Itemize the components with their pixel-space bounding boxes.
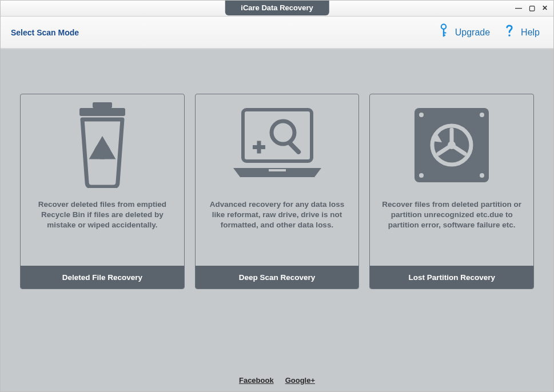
svg-rect-8: [269, 169, 286, 171]
window-controls: — ▢ ✕: [515, 4, 548, 12]
hard-drive-icon: [370, 94, 533, 196]
scan-mode-label: Select Scan Mode: [11, 28, 79, 37]
svg-rect-12: [257, 141, 261, 154]
googleplus-link[interactable]: Google+: [285, 376, 315, 385]
toolbar-actions: Upgrade Help: [432, 21, 543, 44]
svg-rect-6: [79, 108, 125, 116]
card-deep-scan-recovery[interactable]: Advanced recovery for any data loss like…: [195, 94, 360, 289]
svg-point-15: [480, 113, 484, 117]
card-description: Recover files from deleted partition or …: [370, 196, 533, 266]
titlebar: iCare Data Recovery — ▢ ✕: [1, 1, 553, 17]
card-title: Deleted File Recovery: [21, 266, 184, 289]
card-deleted-file-recovery[interactable]: Recover deleted files from emptied Recyc…: [20, 94, 185, 289]
close-button[interactable]: ✕: [542, 4, 548, 12]
svg-point-22: [448, 141, 456, 149]
svg-point-0: [441, 24, 446, 29]
key-icon: [436, 23, 452, 42]
card-description: Advanced recovery for any data loss like…: [196, 196, 359, 266]
main-area: Recover deleted files from emptied Recyc…: [1, 49, 553, 391]
svg-rect-7: [243, 110, 312, 161]
minimize-button[interactable]: —: [515, 4, 522, 12]
svg-rect-5: [93, 102, 112, 108]
card-title: Deep Scan Recovery: [196, 266, 359, 289]
toolbar: Select Scan Mode Upgrade Help: [1, 17, 553, 49]
svg-point-9: [272, 121, 294, 144]
svg-rect-3: [443, 34, 445, 35]
svg-point-16: [419, 173, 424, 178]
maximize-button[interactable]: ▢: [529, 4, 535, 12]
laptop-search-icon: [196, 94, 359, 196]
svg-rect-10: [287, 141, 301, 155]
app-window: iCare Data Recovery — ▢ ✕ Select Scan Mo…: [0, 0, 554, 392]
card-title: Lost Partition Recovery: [370, 266, 533, 289]
card-description: Recover deleted files from emptied Recyc…: [21, 196, 184, 266]
help-label: Help: [521, 27, 540, 38]
facebook-link[interactable]: Facebook: [239, 376, 274, 385]
card-lost-partition-recovery[interactable]: Recover files from deleted partition or …: [369, 94, 534, 289]
question-icon: [501, 23, 517, 42]
upgrade-button[interactable]: Upgrade: [432, 21, 493, 44]
svg-point-17: [480, 173, 484, 178]
upgrade-label: Upgrade: [455, 27, 490, 38]
svg-rect-2: [443, 32, 447, 33]
svg-point-4: [508, 34, 511, 37]
recycle-bin-icon: [21, 94, 184, 196]
app-title: iCare Data Recovery: [225, 1, 329, 15]
help-button[interactable]: Help: [498, 21, 543, 44]
svg-point-14: [419, 113, 424, 117]
footer-links: Facebook Google+: [1, 376, 553, 385]
